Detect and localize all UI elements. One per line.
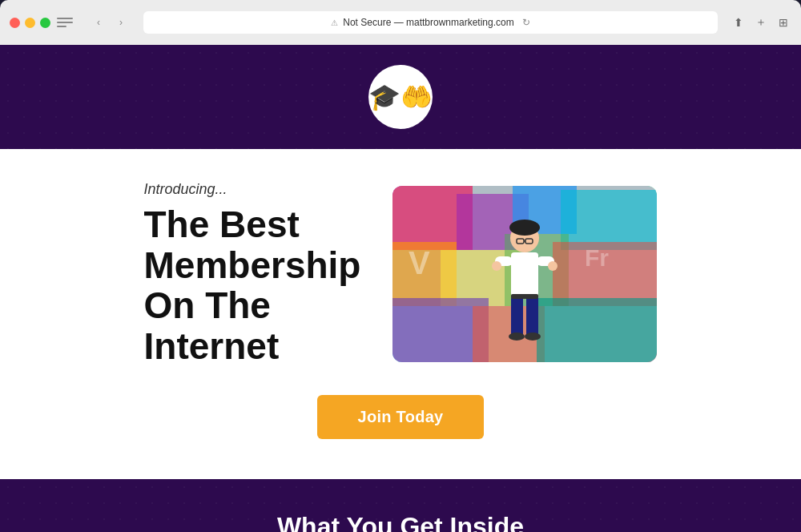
back-button[interactable]: ‹ <box>89 13 108 32</box>
hero-section: Introducing... The Best Membership On Th… <box>0 149 801 479</box>
hero-title-line1: The Best <box>144 204 300 245</box>
hero-title-line4: Internet <box>144 325 280 367</box>
close-button[interactable] <box>10 18 20 28</box>
svg-rect-4 <box>561 190 657 250</box>
grid-icon[interactable]: ⊞ <box>775 14 791 30</box>
svg-rect-24 <box>511 296 523 337</box>
site-header: 🎓🤲 <box>0 45 801 149</box>
nav-buttons: ‹ › <box>89 13 131 32</box>
browser-actions: ⬆ ＋ ⊞ <box>731 14 791 30</box>
minimize-button[interactable] <box>25 18 35 28</box>
maximize-button[interactable] <box>40 18 50 28</box>
security-icon: ⚠ <box>331 18 338 27</box>
svg-point-23 <box>548 261 557 271</box>
svg-point-27 <box>509 332 525 341</box>
svg-point-15 <box>509 220 540 236</box>
svg-text:Fr: Fr <box>585 244 609 271</box>
join-today-button[interactable]: Join Today <box>317 395 483 439</box>
site-logo: 🎓🤲 <box>368 65 433 129</box>
svg-rect-25 <box>526 296 538 337</box>
website-content: 🎓🤲 Introducing... The Best Membership On… <box>0 45 801 532</box>
new-tab-icon[interactable]: ＋ <box>753 14 769 30</box>
browser-chrome: ‹ › ⚠ Not Secure — mattbrownmarketing.co… <box>0 0 801 45</box>
hero-content: Introducing... The Best Membership On Th… <box>80 181 721 366</box>
url-text: Not Secure — mattbrownmarketing.com <box>343 17 513 28</box>
svg-rect-19 <box>511 252 538 296</box>
traffic-lights <box>10 18 50 28</box>
address-bar[interactable]: ⚠ Not Secure — mattbrownmarketing.com ↻ <box>143 11 718 34</box>
sidebar-toggle-icon[interactable] <box>57 16 73 29</box>
svg-point-22 <box>492 261 501 271</box>
share-icon[interactable]: ⬆ <box>731 14 747 30</box>
hero-title: The Best Membership On The Internet <box>144 204 361 366</box>
forward-button[interactable]: › <box>111 13 131 32</box>
svg-rect-26 <box>511 294 538 299</box>
hero-illustration: V Fr <box>392 186 657 362</box>
hero-image: V Fr <box>392 186 657 362</box>
membership-title: What You Get Inside The Membership <box>48 511 753 532</box>
svg-point-28 <box>525 332 541 341</box>
hero-title-line2: Membership <box>144 244 361 286</box>
introducing-text: Introducing... <box>144 181 361 198</box>
hero-text: Introducing... The Best Membership On Th… <box>144 181 361 366</box>
svg-rect-11 <box>537 298 657 362</box>
refresh-icon[interactable]: ↻ <box>522 17 530 28</box>
hero-title-line3: On The <box>144 284 271 326</box>
membership-section: What You Get Inside The Membership Lorem… <box>0 479 801 532</box>
membership-title-line1: What You Get Inside <box>277 512 524 532</box>
svg-text:V: V <box>409 245 430 280</box>
logo-icon: 🎓🤲 <box>368 82 433 112</box>
